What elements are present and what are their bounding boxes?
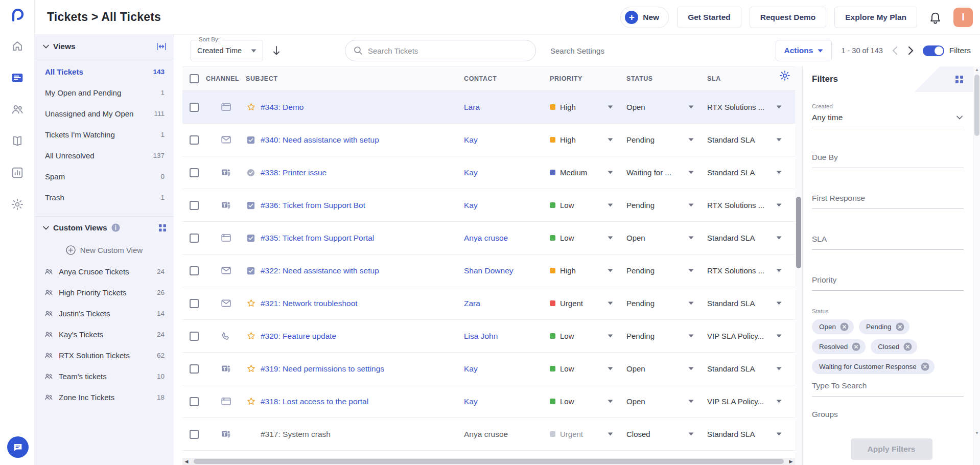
priority-select[interactable]: Low: [550, 201, 626, 210]
row-checkbox[interactable]: [190, 266, 199, 275]
views-chevron-icon[interactable]: [43, 44, 49, 49]
ticket-row[interactable]: #320: Feature updateLisa JohnLowPendingV…: [182, 320, 795, 353]
priority-select[interactable]: Low: [550, 332, 626, 340]
contact-link[interactable]: Anya crusoe: [464, 430, 508, 438]
created-filter-select[interactable]: Any time: [812, 109, 964, 127]
ticket-subject-link[interactable]: #319: Need permissions to settings: [261, 364, 384, 374]
home-icon[interactable]: [10, 39, 25, 53]
view-item-my-open-and-pending[interactable]: My Open and Pending1: [35, 82, 174, 103]
groups-filter-field[interactable]: Groups: [812, 410, 964, 419]
custom-view-item[interactable]: Anya Crusoe Tickets24: [35, 261, 174, 282]
sla-select[interactable]: Standard SLA: [707, 168, 795, 177]
ticket-subject-link[interactable]: #338: Printer issue: [261, 168, 326, 177]
ticket-row[interactable]: #338: Printer issueKayMediumWaiting for …: [182, 156, 795, 189]
row-checkbox[interactable]: [190, 103, 199, 112]
actions-button[interactable]: Actions: [776, 40, 832, 61]
next-page-icon[interactable]: [908, 46, 914, 55]
search-settings-link[interactable]: Search Settings: [550, 46, 604, 55]
row-checkbox[interactable]: [190, 234, 199, 243]
column-settings-gear-icon[interactable]: [779, 69, 791, 82]
ticket-subject-link[interactable]: #320: Feature update: [261, 332, 336, 341]
status-chip[interactable]: Pending: [859, 319, 909, 334]
tickets-icon[interactable]: [10, 71, 25, 85]
ticket-subject-link[interactable]: #321: Network troubleshoot: [261, 299, 358, 308]
star-icon[interactable]: [246, 397, 256, 406]
custom-view-item[interactable]: Kay's Tickets24: [35, 324, 174, 345]
column-header-priority[interactable]: PRIORITY: [550, 75, 626, 82]
select-all-checkbox[interactable]: [190, 74, 199, 83]
app-logo-icon[interactable]: [8, 7, 27, 26]
sla-select[interactable]: VIP SLA Policy...: [707, 397, 795, 406]
filters-toggle[interactable]: [923, 45, 944, 56]
status-select[interactable]: Pending: [626, 299, 707, 308]
status-select[interactable]: Open: [626, 397, 707, 406]
user-avatar[interactable]: I: [953, 8, 973, 27]
filters-scrollbar[interactable]: ▲ ▼: [973, 66, 980, 465]
remove-chip-icon[interactable]: [840, 322, 849, 331]
custom-view-item[interactable]: Zone Inc Tickets18: [35, 387, 174, 408]
column-header-contact[interactable]: CONTACT: [464, 75, 550, 82]
ticket-subject-link[interactable]: #317: System crash: [261, 430, 331, 439]
first-response-filter-field[interactable]: First Response: [812, 189, 964, 209]
settings-icon[interactable]: [10, 197, 25, 212]
remove-chip-icon[interactable]: [896, 322, 904, 331]
status-select[interactable]: Open: [626, 364, 707, 373]
status-select[interactable]: Closed: [626, 430, 707, 438]
contact-link[interactable]: Kay: [464, 201, 478, 210]
ticket-subject-link[interactable]: #340: Need assistance with setup: [261, 135, 379, 145]
custom-views-chevron-icon[interactable]: [43, 226, 49, 230]
remove-chip-icon[interactable]: [903, 342, 912, 351]
ticket-row[interactable]: #335: Ticket from Support PortalAnya cru…: [182, 222, 795, 254]
ticket-row[interactable]: #319: Need permissions to settingsKayLow…: [182, 353, 795, 385]
horizontal-scrollbar[interactable]: ◀ ▶: [182, 458, 795, 465]
scroll-down-icon[interactable]: ▼: [973, 431, 980, 435]
scroll-up-icon[interactable]: ▲: [973, 67, 980, 72]
sla-select[interactable]: RTX Solutions ...: [707, 103, 795, 111]
check-square-icon[interactable]: [246, 266, 256, 275]
reorder-grid-icon[interactable]: [158, 224, 167, 232]
apply-filters-button[interactable]: Apply Filters: [851, 438, 932, 460]
status-select[interactable]: Open: [626, 234, 707, 242]
search-tickets-box[interactable]: [345, 40, 536, 61]
status-select[interactable]: Waiting for ...: [626, 168, 707, 177]
sla-select[interactable]: Standard SLA: [707, 430, 795, 438]
priority-select[interactable]: Urgent: [550, 299, 626, 308]
search-tickets-input[interactable]: [368, 46, 527, 55]
remove-chip-icon[interactable]: [921, 362, 929, 371]
priority-select[interactable]: High: [550, 266, 626, 275]
scroll-right-icon[interactable]: ▶: [787, 459, 795, 464]
priority-select[interactable]: Low: [550, 397, 626, 406]
row-checkbox[interactable]: [190, 332, 199, 341]
horizontal-scroll-thumb[interactable]: [194, 459, 784, 464]
view-item-all-unresolved[interactable]: All Unresolved137: [35, 145, 174, 166]
view-item-tickets-i-m-watching[interactable]: Tickets I'm Watching1: [35, 124, 174, 145]
row-checkbox[interactable]: [190, 201, 199, 210]
status-chip[interactable]: Resolved: [812, 339, 866, 354]
sort-by-select[interactable]: Sort By: Created Time: [191, 40, 263, 61]
status-search-input[interactable]: [812, 376, 964, 397]
ticket-row[interactable]: #321: Network troubleshootZaraUrgentPend…: [182, 287, 795, 320]
ticket-subject-link[interactable]: #322: Need assistance with setup: [261, 266, 379, 275]
sla-select[interactable]: Standard SLA: [707, 299, 795, 308]
star-icon[interactable]: [246, 331, 256, 341]
contacts-icon[interactable]: [10, 102, 25, 117]
priority-select[interactable]: High: [550, 135, 626, 144]
sort-direction-icon[interactable]: [271, 45, 282, 56]
contact-link[interactable]: Lisa John: [464, 332, 498, 340]
table-vertical-scrollbar[interactable]: [795, 66, 802, 465]
contact-link[interactable]: Zara: [464, 299, 480, 308]
status-select[interactable]: Open: [626, 103, 707, 111]
view-item-unassigned-and-my-open[interactable]: Unassigned and My Open111: [35, 103, 174, 124]
info-icon[interactable]: [111, 223, 120, 232]
star-icon[interactable]: [246, 102, 256, 112]
previous-page-icon[interactable]: [892, 46, 898, 55]
check-square-icon[interactable]: [246, 201, 256, 210]
row-checkbox[interactable]: [190, 168, 199, 177]
priority-select[interactable]: High: [550, 103, 626, 111]
sla-select[interactable]: Standard SLA: [707, 234, 795, 242]
check-circle-icon[interactable]: [246, 168, 256, 177]
reports-icon[interactable]: [10, 166, 25, 180]
ticket-row[interactable]: #322: Need assistance with setupShan Dow…: [182, 254, 795, 287]
ticket-row[interactable]: #336: Ticket from Support BotKayLowPendi…: [182, 189, 795, 222]
sla-filter-field[interactable]: SLA: [812, 229, 964, 250]
